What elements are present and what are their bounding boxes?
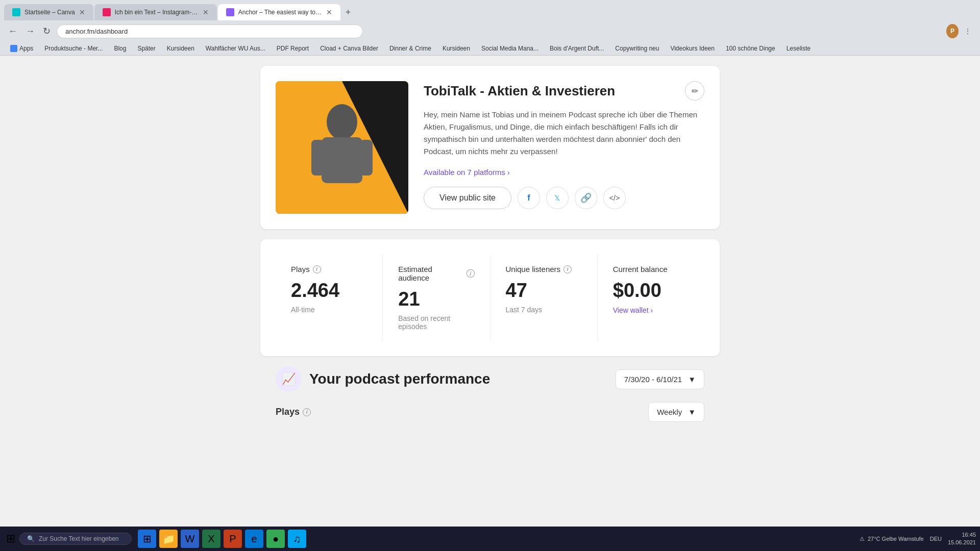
extensions-icon[interactable]: ⋮	[962, 25, 974, 37]
podcast-title: TobiTalk - Aktien & Investieren	[424, 83, 615, 99]
facebook-button[interactable]: f	[518, 187, 540, 209]
taskbar-clock: 16:45 15.06.2021	[948, 531, 976, 547]
bookmark-kursideen2[interactable]: Kursideen	[438, 44, 474, 53]
plays-section-info-icon[interactable]: i	[303, 408, 311, 416]
tab-favicon-canva	[12, 8, 20, 16]
forward-button[interactable]: →	[23, 24, 37, 39]
bookmarks-bar: Apps Produktsuche - Mer... Blog Später K…	[0, 42, 980, 56]
tab-favicon-anchor	[226, 8, 234, 16]
svg-rect-4	[311, 140, 324, 176]
podcast-description: Hey, mein Name ist Tobias und in meinem …	[424, 109, 704, 158]
performance-title: Your podcast performance	[309, 371, 490, 387]
tab-instagram[interactable]: Ich bin ein Text – Instagram-Beit... ✕	[94, 4, 217, 20]
stat-unique-label: Unique listeners i	[506, 265, 582, 273]
tab-anchor[interactable]: Anchor – The easiest way to mai... ✕	[218, 4, 340, 20]
twitter-button[interactable]: 𝕏	[546, 187, 569, 209]
bookmark-videokurs[interactable]: Videokurs Ideen	[666, 44, 719, 53]
bookmark-produktsuche[interactable]: Produktsuche - Mer...	[40, 44, 107, 53]
podcast-header: TOBITALK PODCAST TobiTalk - Aktien & Inv…	[276, 81, 704, 214]
profile-avatar[interactable]: P	[946, 25, 959, 37]
platforms-link[interactable]: Available on 7 platforms ›	[424, 168, 704, 177]
stats-card: Plays i 2.464 All-time Estimated audienc…	[260, 239, 720, 356]
stat-unique: Unique listeners i 47 Last 7 days	[491, 255, 598, 341]
tab-close-canva[interactable]: ✕	[79, 8, 85, 16]
taskbar-spotify-icon[interactable]: ♫	[288, 530, 306, 548]
plays-info-icon[interactable]: i	[313, 265, 321, 273]
code-icon: </>	[609, 194, 620, 202]
bookmark-social[interactable]: Social Media Mana...	[477, 44, 543, 53]
chevron-right-icon: ›	[507, 168, 510, 177]
plays-header: Plays i Weekly ▼	[276, 402, 704, 422]
address-input[interactable]	[57, 24, 363, 38]
tab-favicon-instagram	[103, 8, 111, 16]
unique-info-icon[interactable]: i	[564, 265, 572, 273]
facebook-icon: f	[527, 193, 530, 203]
browser-chrome: Startseite – Canva ✕ Ich bin ein Text – …	[0, 0, 980, 56]
bookmark-blog[interactable]: Blog	[110, 44, 130, 53]
view-public-site-button[interactable]: View public site	[424, 187, 511, 209]
taskbar-edge-icon[interactable]: e	[245, 530, 263, 548]
tab-label-anchor: Anchor – The easiest way to mai...	[238, 9, 322, 16]
view-wallet-link[interactable]: View wallet ›	[613, 306, 653, 314]
link-button[interactable]: 🔗	[575, 187, 597, 209]
embed-button[interactable]: </>	[603, 187, 626, 209]
stat-estimated: Estimated audience i 21 Based on recent …	[383, 255, 490, 341]
performance-icon: 📈	[276, 366, 301, 392]
bookmark-copywriting[interactable]: Copywriting neu	[611, 44, 663, 53]
stat-balance-value: $0.00	[613, 280, 689, 302]
stat-plays: Plays i 2.464 All-time	[276, 255, 383, 341]
estimated-info-icon[interactable]: i	[467, 269, 475, 278]
bookmark-spaeter[interactable]: Später	[133, 44, 159, 53]
bookmark-leseliste[interactable]: Leseliste	[782, 44, 815, 53]
taskbar-powerpoint-icon[interactable]: P	[224, 530, 242, 548]
back-button[interactable]: ←	[6, 24, 19, 39]
bookmark-pdf[interactable]: PDF Report	[273, 44, 313, 53]
weekly-chevron-down-icon: ▼	[688, 408, 696, 416]
new-tab-button[interactable]: +	[341, 5, 355, 20]
toolbar-icons: P ⋮	[946, 25, 974, 37]
plays-section-label: Plays i	[276, 407, 311, 417]
bookmark-wahlfaecher[interactable]: Wahlfächer WU Aus...	[202, 44, 270, 53]
address-bar-row: ← → ↻ P ⋮	[0, 20, 980, 42]
bookmark-100dinge[interactable]: 100 schöne Dinge	[722, 44, 779, 53]
plays-section: Plays i Weekly ▼	[260, 402, 720, 422]
stat-balance: Current balance $0.00 View wallet ›	[598, 255, 704, 341]
refresh-button[interactable]: ↻	[41, 23, 53, 39]
taskbar-right: ⚠ 27°C Gelbe Warnstufe DEU 16:45 15.06.2…	[860, 531, 976, 547]
action-row: View public site f 𝕏 🔗 </>	[424, 187, 704, 209]
taskbar: ⊞ 🔍 Zur Suche Text hier eingeben ⊞ 📁 W X…	[0, 527, 980, 551]
tab-close-anchor[interactable]: ✕	[326, 8, 332, 16]
bookmark-dinner[interactable]: Dinner & Crime	[385, 44, 435, 53]
taskbar-windows-icon[interactable]: ⊞	[138, 530, 156, 548]
taskbar-files-icon[interactable]: 📁	[159, 530, 178, 548]
podcast-thumbnail: TOBITALK PODCAST	[276, 81, 408, 214]
svg-rect-5	[360, 140, 373, 176]
stat-balance-label: Current balance	[613, 265, 689, 273]
bookmark-canva[interactable]: Cload + Canva Bilder	[316, 44, 382, 53]
taskbar-excel-icon[interactable]: X	[202, 530, 220, 548]
tab-label-canva: Startseite – Canva	[24, 9, 75, 16]
taskbar-word-icon[interactable]: W	[181, 530, 199, 548]
tab-close-instagram[interactable]: ✕	[203, 8, 209, 16]
taskbar-search[interactable]: 🔍 Zur Suche Text hier eingeben	[19, 533, 132, 545]
bookmark-bois[interactable]: Bois d'Argent Duft...	[546, 44, 608, 53]
weather-icon: ⚠	[860, 536, 865, 542]
stat-estimated-value: 21	[398, 288, 474, 310]
taskbar-chrome-icon[interactable]: ●	[266, 530, 285, 548]
tab-canva[interactable]: Startseite – Canva ✕	[4, 4, 93, 20]
tab-label-instagram: Ich bin ein Text – Instagram-Beit...	[115, 9, 199, 16]
chart-icon: 📈	[282, 372, 296, 386]
stat-unique-value: 47	[506, 280, 582, 302]
svg-rect-3	[322, 137, 362, 183]
weekly-select[interactable]: Weekly ▼	[648, 402, 704, 422]
twitter-icon: 𝕏	[554, 194, 560, 202]
stat-unique-sub: Last 7 days	[506, 306, 582, 314]
search-icon: 🔍	[27, 535, 35, 542]
bookmark-apps[interactable]: Apps	[6, 44, 37, 53]
start-button[interactable]: ⊞	[4, 530, 17, 547]
chevron-right-small-icon: ›	[650, 306, 653, 314]
page-content: TOBITALK PODCAST TobiTalk - Aktien & Inv…	[0, 56, 980, 515]
edit-button[interactable]: ✏	[685, 81, 704, 101]
bookmark-kursideen1[interactable]: Kursideen	[163, 44, 199, 53]
date-range-select[interactable]: 7/30/20 - 6/10/21 ▼	[616, 369, 704, 389]
